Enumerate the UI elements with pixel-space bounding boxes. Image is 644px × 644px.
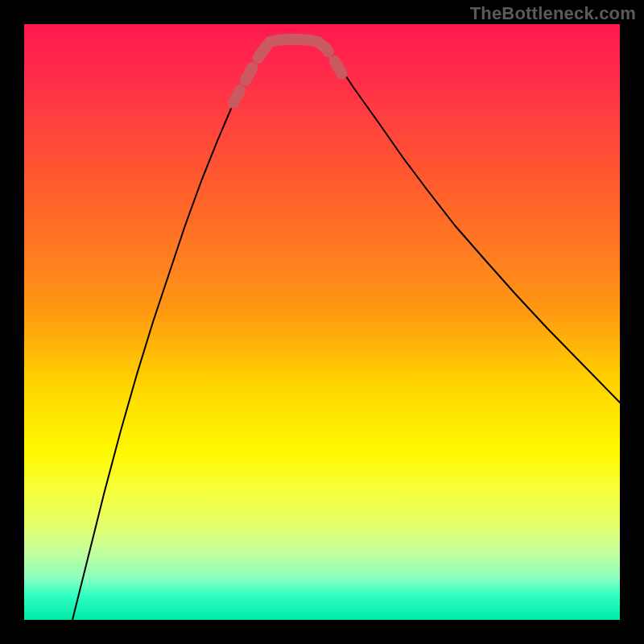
series-flat-min <box>270 39 318 42</box>
series-right-curve <box>318 42 620 402</box>
chart-frame: TheBottleneck.com <box>0 0 644 644</box>
series-right-dash-overlay <box>318 42 342 74</box>
plot-area <box>24 24 620 620</box>
series-left-dash-overlay <box>233 42 270 103</box>
curve-layer <box>24 24 620 620</box>
watermark: TheBottleneck.com <box>470 3 636 24</box>
series-left-curve <box>72 42 270 620</box>
